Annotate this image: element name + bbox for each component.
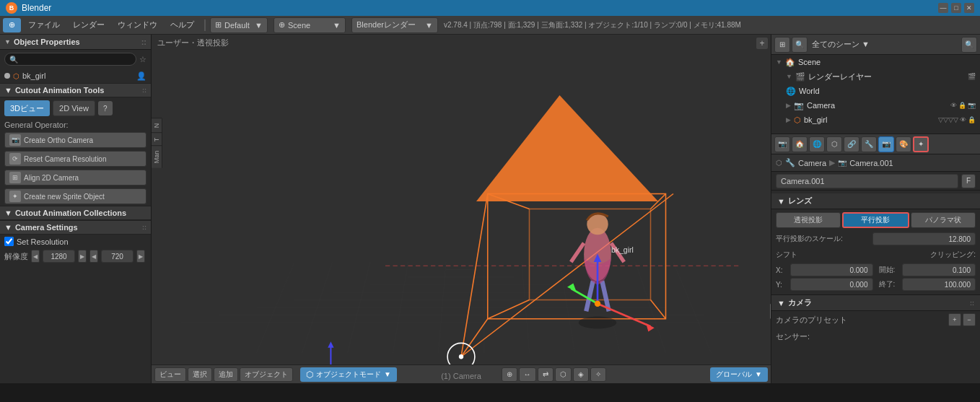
sidebar-t[interactable]: T — [152, 132, 162, 146]
y-end-row: Y: 0.000 終了: 100.000 — [771, 277, 980, 292]
rt-btn-2[interactable]: 🔍 — [792, 37, 808, 53]
svg-point-51 — [595, 301, 600, 307]
search-input[interactable]: 🔍 — [4, 53, 136, 66]
props-world-btn[interactable]: 🌐 — [809, 136, 825, 152]
transform-button[interactable]: ⇄ — [538, 367, 554, 382]
set-resolution-checkbox[interactable] — [4, 237, 14, 246]
res-h-left-arrow[interactable]: ◀ — [89, 250, 98, 263]
clipping-start-value[interactable]: 0.100 — [902, 263, 976, 276]
svg-rect-0 — [152, 35, 771, 383]
props-object-btn[interactable]: ⬡ — [826, 136, 842, 152]
menu-file[interactable]: ファイル — [22, 18, 66, 32]
viewport-projection-label: ユーザー・透視投影 — [157, 38, 229, 48]
props-constraints-btn[interactable]: 🔗 — [844, 136, 859, 152]
viewport-plus-button[interactable]: + — [756, 38, 768, 49]
help-button[interactable]: ? — [98, 101, 113, 115]
f-button[interactable]: F — [961, 174, 976, 188]
svg-point-52 — [579, 317, 617, 329]
props-material-btn[interactable]: 🎨 — [896, 136, 911, 152]
blender-logo: B — [6, 2, 17, 14]
object-menu-button[interactable]: オブジェクト — [240, 367, 293, 382]
shift-y-value[interactable]: 0.000 — [790, 278, 873, 291]
svg-point-32 — [459, 354, 463, 359]
resolution-height[interactable]: 720 — [101, 250, 134, 263]
viewport-button2[interactable]: ◈ — [573, 367, 589, 382]
visibility-dot — [4, 73, 10, 79]
resolution-row: 解像度 ◀ 1280 ▶ ◀ 720 ▶ — [0, 248, 151, 264]
outliner-camera[interactable]: ▶ 📷 Camera 👁 🔒 📷 — [771, 98, 980, 113]
rt-search-btn[interactable]: 🔍 — [961, 37, 977, 53]
preset-remove-btn[interactable]: − — [963, 313, 976, 326]
scene-dropdown-right[interactable]: 全てのシーン ▼ — [809, 39, 960, 50]
search-row: 🔍 ☆ — [0, 50, 151, 69]
btn-3dview[interactable]: 3Dビュー — [4, 100, 50, 116]
btn-2dview[interactable]: 2D View — [53, 100, 95, 116]
minimize-button[interactable]: — — [938, 3, 948, 13]
titlebar: B Blender — □ ✕ — [0, 0, 980, 16]
mode-dropdown[interactable]: ⬡ オブジェクトモード ▼ — [300, 367, 397, 382]
right-panel: ⊞ 🔍 全てのシーン ▼ 🔍 ▼ 🏠 Scene ▼ 🎬 レンダーレイヤー 🎬 — [771, 35, 980, 383]
clipping-end-value[interactable]: 100.000 — [902, 278, 976, 291]
menu-render[interactable]: レンダー — [67, 18, 110, 32]
lens-section-title: ▼ レンズ — [771, 193, 980, 209]
create-sprite-row: ✦ Create new Sprite Object — [0, 187, 151, 206]
resolution-width[interactable]: 1280 — [43, 250, 75, 263]
proportional-edit-button[interactable]: ↔ — [519, 367, 536, 382]
select-menu-button[interactable]: 選択 — [188, 367, 212, 382]
parallel-scale-value[interactable]: 12.800 — [872, 232, 976, 245]
render-layer-actions: 🎬 — [968, 73, 976, 80]
maximize-button[interactable]: □ — [951, 3, 961, 13]
rt-btn-1[interactable]: ⊞ — [774, 37, 790, 53]
renderer-dropdown[interactable]: Blenderレンダー ▼ — [351, 17, 438, 33]
outliner-world[interactable]: 🌐 World — [771, 84, 980, 98]
close-button[interactable]: ✕ — [964, 3, 974, 13]
reset-camera-button[interactable]: ⟳ Reset Camera Resolution — [4, 151, 146, 167]
align-2d-button[interactable]: ⊞ Align 2D Camera — [4, 170, 146, 185]
scene-dropdown[interactable]: ⊕ Scene ▼ — [274, 17, 346, 33]
create-sprite-button[interactable]: ✦ Create new Sprite Object — [4, 188, 146, 204]
perspective-button[interactable]: 透視投影 — [776, 212, 841, 228]
outliner-bkgirl[interactable]: ▶ ⬡ bk_girl ▽▽▽▽ 👁 🔒 — [771, 113, 980, 127]
camera-settings-header[interactable]: ▼ Camera Settings :: — [0, 220, 151, 235]
cutout-tools-header[interactable]: ▼ Cutout Animation Tools :: — [0, 83, 151, 97]
props-extra-btn[interactable]: ✦ — [913, 136, 929, 152]
lens-section: ▼ レンズ 透視投影 平行投影 パノラマ状 平行投影のスケール: 12.800 … — [771, 191, 980, 294]
props-modifier-btn[interactable]: 🔧 — [861, 136, 877, 152]
res-w-left-arrow[interactable]: ◀ — [31, 250, 40, 263]
parallel-button[interactable]: 平行投影 — [842, 212, 909, 228]
camera-name-input[interactable]: Camera.001 — [776, 174, 958, 188]
ortho-camera-icon: 📷 — [9, 134, 21, 146]
snap-button[interactable]: ⊕ — [502, 367, 517, 382]
viewport-button3[interactable]: ✧ — [590, 367, 606, 382]
star-icon[interactable]: ☆ — [139, 55, 146, 64]
menu-window[interactable]: ウィンドウ — [112, 18, 163, 32]
layout-dropdown[interactable]: ⊞ Default ▼ — [210, 17, 268, 33]
res-h-right-arrow[interactable]: ▶ — [136, 250, 145, 263]
view-menu-button[interactable]: ビュー — [154, 367, 186, 382]
sidebar-letters: N T Man — [152, 118, 162, 168]
panorama-button[interactable]: パノラマ状 — [911, 212, 976, 228]
sprite-icon: ✦ — [9, 191, 21, 202]
breadcrumb: ⬡ 🔧 Camera ▶ 📷 Camera.001 — [771, 154, 980, 172]
shading-button[interactable]: ⬡ — [555, 367, 572, 382]
collections-header[interactable]: ▼ Cutout Animation Collections — [0, 206, 151, 220]
outliner-scene[interactable]: ▼ 🏠 Scene — [771, 55, 980, 69]
menu-help[interactable]: ヘルプ — [165, 18, 200, 32]
create-ortho-button[interactable]: 📷 Create Ortho Camera — [4, 132, 146, 148]
camera-name-row: Camera.001 F — [771, 172, 980, 191]
sidebar-man[interactable]: Man — [152, 146, 162, 168]
preset-add-btn[interactable]: + — [948, 313, 961, 326]
global-dropdown[interactable]: グローバル ▼ — [710, 367, 768, 382]
blender-menu-button[interactable]: ⊕ — [3, 18, 21, 32]
props-scene-btn[interactable]: 🏠 — [792, 136, 808, 152]
object-item: ⬡ bk_girl 👤 — [0, 69, 151, 83]
outliner-render-layer[interactable]: ▼ 🎬 レンダーレイヤー 🎬 — [771, 69, 980, 84]
viewport[interactable]: ユーザー・透視投影 + N T Man — [152, 35, 771, 383]
sidebar-n[interactable]: N — [152, 118, 162, 133]
add-menu-button[interactable]: 追加 — [214, 367, 238, 382]
props-data-btn[interactable]: 📷 — [878, 136, 894, 152]
res-w-right-arrow[interactable]: ▶ — [78, 250, 87, 263]
props-toolbar: 📷 🏠 🌐 ⬡ 🔗 🔧 📷 🎨 ✦ — [771, 134, 980, 154]
shift-x-value[interactable]: 0.000 — [790, 263, 873, 276]
props-render-btn[interactable]: 📷 — [774, 136, 790, 152]
